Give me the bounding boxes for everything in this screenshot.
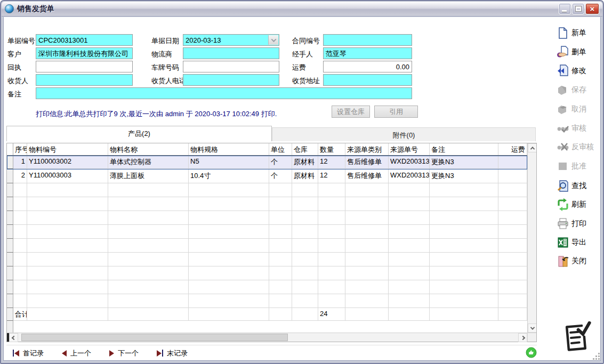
cancel-icon	[557, 103, 569, 116]
col-header-seq[interactable]: 序号	[13, 143, 27, 155]
table-empty-row	[7, 294, 527, 308]
row-selector[interactable]	[7, 169, 13, 183]
sidebar-find-button[interactable]: 查找	[557, 179, 602, 193]
close-door-icon	[557, 255, 569, 268]
previous-record-icon	[62, 350, 67, 357]
col-header-freight[interactable]: 运费	[498, 143, 527, 155]
consignee-phone-field[interactable]	[183, 74, 279, 86]
chevron-down-icon	[530, 325, 534, 329]
scroll-down-button[interactable]	[528, 323, 536, 333]
vertical-scrollbar[interactable]	[527, 143, 536, 333]
document-check-sketch-icon	[560, 321, 594, 354]
chevron-up-icon	[530, 147, 534, 151]
sidebar-export-button[interactable]: 导出	[557, 235, 602, 250]
consignee-field[interactable]	[36, 74, 133, 86]
chevron-right-icon	[520, 335, 525, 339]
handler-field[interactable]: 范亚琴	[323, 47, 412, 59]
sidebar-close-button[interactable]: 关闭	[557, 254, 602, 269]
audit-icon	[557, 122, 569, 135]
customer-field[interactable]: 深圳市隆利科技股份有限公司	[36, 47, 133, 59]
freight-field[interactable]: 0.00	[323, 61, 412, 72]
contract-no-field[interactable]	[323, 34, 412, 46]
chevron-left-icon	[11, 335, 15, 339]
reference-button[interactable]: 引用	[374, 106, 418, 118]
table-empty-row	[7, 266, 527, 280]
sidebar-save-button[interactable]: 保存	[557, 83, 602, 98]
sidebar-print-button[interactable]: 打印	[557, 216, 602, 231]
minimize-button[interactable]	[559, 3, 571, 14]
close-icon: ×	[590, 5, 595, 13]
next-record-button[interactable]: 下一个	[109, 349, 139, 358]
sidebar-delete-button[interactable]: 删单	[557, 45, 602, 60]
next-record-icon	[109, 350, 114, 357]
last-record-button[interactable]: 末记录	[157, 349, 188, 358]
address-field[interactable]	[323, 74, 412, 86]
sidebar-new-button[interactable]: 新单	[557, 26, 602, 41]
plate-no-field[interactable]	[183, 61, 279, 72]
products-table: 序号 物料编号 物料名称 物料规格 单位 仓库 数量 来源单类别 来源单号 备注…	[6, 143, 537, 342]
total-qty: 24	[318, 308, 345, 321]
scrollbar-corner	[527, 333, 536, 342]
row-selector[interactable]	[7, 156, 13, 169]
table-empty-row	[7, 197, 527, 211]
record-navbar: 首记录 上一个 下一个 末记录	[6, 345, 537, 361]
col-header-source-type[interactable]: 来源单类别	[345, 143, 389, 155]
col-header-material-name[interactable]: 物料名称	[108, 143, 189, 155]
table-row[interactable]: 1 Y1100003002 单体式控制器 N5 个 原材料 12 售后维修单 W…	[7, 156, 527, 169]
scroll-left-button[interactable]	[9, 333, 18, 342]
sidebar-approve-button[interactable]: 批准	[557, 159, 602, 174]
export-excel-icon	[557, 236, 569, 249]
consignee-label: 收货人	[7, 76, 28, 86]
col-header-material-no[interactable]: 物料编号	[27, 143, 108, 155]
sidebar-modify-button[interactable]: 修改	[557, 63, 602, 78]
scroll-up-button[interactable]	[528, 143, 536, 152]
col-header-source-no[interactable]: 来源单号	[389, 143, 430, 155]
set-warehouse-button[interactable]: 设置仓库	[332, 106, 370, 118]
delete-doc-icon	[557, 46, 569, 59]
print-icon	[557, 217, 569, 230]
refresh-icon	[557, 198, 569, 211]
maximize-button[interactable]	[572, 3, 584, 14]
unaudit-icon	[557, 141, 569, 153]
scrollbar-thumb[interactable]	[21, 334, 288, 341]
handler-label: 经手人	[292, 50, 313, 59]
col-header-remark[interactable]: 备注	[430, 143, 498, 155]
col-header-spec[interactable]: 物料规格	[189, 143, 269, 155]
sidebar-refresh-button[interactable]: 刷新	[557, 197, 602, 212]
last-record-icon	[157, 350, 163, 357]
receipt-field[interactable]	[36, 61, 133, 72]
table-empty-row	[7, 253, 527, 266]
first-record-button[interactable]: 首记录	[13, 349, 44, 358]
col-header-qty[interactable]: 数量	[318, 143, 345, 155]
sidebar-audit-button[interactable]: 审核	[557, 121, 602, 136]
ok-thumbs-up-icon	[526, 347, 537, 358]
tab-attachments[interactable]: 附件(0)	[272, 127, 536, 141]
sidebar-unaudit-button[interactable]: 反审核	[557, 140, 602, 155]
logistics-field[interactable]	[183, 47, 279, 59]
date-dropdown-button[interactable]	[268, 35, 278, 45]
table-row[interactable]: 2 Y1100003003 薄膜上面板 10.4寸 个 原材料 12 售后维修单…	[7, 169, 527, 183]
horizontal-scrollbar[interactable]	[7, 333, 536, 342]
chevron-down-icon	[271, 37, 276, 42]
approve-icon	[557, 160, 569, 173]
scrollbar-track[interactable]	[18, 333, 518, 342]
tab-products[interactable]: 产品(2)	[6, 126, 272, 141]
titlebar: 销售发货单 ×	[2, 2, 602, 17]
table-empty-row	[7, 211, 527, 225]
doc-date-field[interactable]: 2020-03-13	[183, 34, 279, 46]
doc-no-field[interactable]: CPC200313001	[36, 34, 133, 46]
table-header-row: 序号 物料编号 物料名称 物料规格 单位 仓库 数量 来源单类别 来源单号 备注…	[7, 143, 527, 156]
col-header-unit[interactable]: 单位	[269, 143, 292, 155]
resize-grip[interactable]	[593, 353, 600, 360]
previous-record-button[interactable]: 上一个	[62, 349, 91, 358]
plate-no-label: 车牌号码	[151, 63, 179, 72]
address-label: 收货地址	[292, 76, 320, 86]
row-selector-header	[7, 143, 13, 155]
close-button[interactable]: ×	[585, 3, 599, 14]
window-title: 销售发货单	[17, 4, 54, 14]
edit-doc-icon	[557, 64, 569, 77]
scroll-right-button[interactable]	[518, 333, 527, 342]
remarks-field[interactable]	[36, 87, 412, 99]
sidebar-cancel-button[interactable]: 取消	[557, 102, 602, 117]
col-header-warehouse[interactable]: 仓库	[292, 143, 318, 155]
